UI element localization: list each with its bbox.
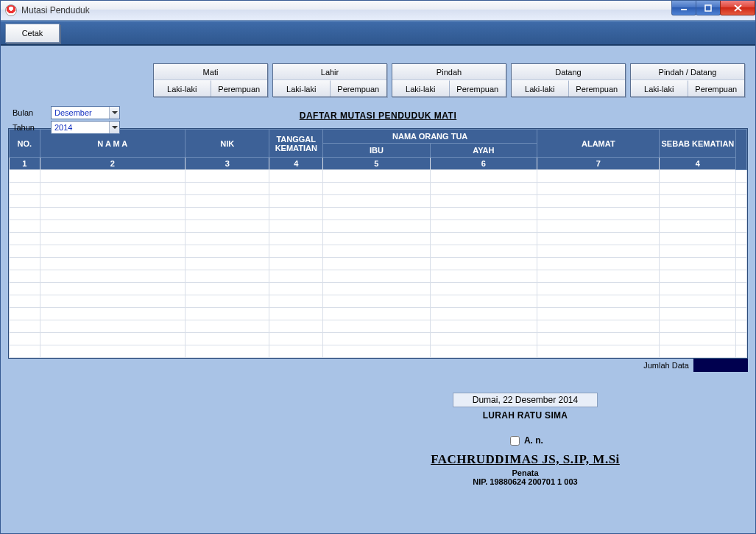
minimize-icon: [680, 4, 688, 12]
cat-mati-title[interactable]: Mati: [154, 64, 267, 80]
signer-name: FACHRUDDIMAS JS, S.IP, M.Si: [378, 452, 673, 467]
tahun-combo[interactable]: [51, 121, 120, 134]
svg-rect-1: [705, 5, 711, 11]
app-window: Mutasi Penduduk Cetak Mati Laki-laki Per…: [0, 0, 756, 534]
jumlah-label: Jumlah Data: [643, 361, 693, 370]
col-no: NO.: [10, 130, 40, 158]
window-title: Mutasi Penduduk: [21, 5, 90, 15]
cat-lahir: Lahir Laki-laki Perempuan: [272, 63, 387, 97]
cat-pd-laki[interactable]: Laki-laki: [631, 80, 688, 96]
cat-pindah-laki[interactable]: Laki-laki: [392, 80, 449, 96]
category-row: Mati Laki-laki Perempuan Lahir Laki-laki…: [8, 53, 748, 105]
position-title: LURAH RATU SIMA: [378, 410, 673, 421]
cat-mati-perempuan[interactable]: Perempuan: [211, 80, 268, 96]
cat-pindah: Pindah Laki-laki Perempuan: [392, 63, 506, 97]
signer-nip: NIP. 19880624 200701 1 003: [378, 477, 673, 486]
cat-mati: Mati Laki-laki Perempuan: [153, 63, 268, 97]
data-grid: NO. N A M A NIK TANGGAL KEMATIAN NAMA OR…: [8, 128, 748, 359]
cat-pd-perempuan[interactable]: Perempuan: [688, 80, 745, 96]
col-ayah: AYAH: [430, 144, 537, 158]
tahun-input[interactable]: [52, 123, 109, 132]
cat-pindah-title[interactable]: Pindah: [392, 64, 506, 80]
col-sebab: SEBAB KEMATIAN: [660, 130, 736, 158]
table-row[interactable]: [10, 245, 747, 258]
window-controls: [672, 1, 755, 15]
col-tgl: TANGGAL KEMATIAN: [269, 130, 323, 158]
bulan-label: Bulan: [13, 108, 46, 117]
signature-block: Dumai, 22 Desember 2014 LURAH RATU SIMA …: [378, 393, 673, 486]
table-row[interactable]: [10, 320, 747, 333]
table-row[interactable]: [10, 220, 747, 233]
col-spacer: [736, 130, 747, 170]
maximize-button[interactable]: [696, 1, 721, 15]
table-row[interactable]: [10, 283, 747, 295]
table-row[interactable]: [10, 195, 747, 208]
cat-pindah-datang-title[interactable]: Pindah / Datang: [631, 64, 744, 80]
table-row[interactable]: [10, 333, 747, 345]
grid-header: NO. N A M A NIK TANGGAL KEMATIAN NAMA OR…: [10, 130, 747, 170]
minimize-button[interactable]: [671, 1, 696, 15]
place-date: Dumai, 22 Desember 2014: [453, 393, 598, 407]
chevron-down-icon[interactable]: [109, 122, 119, 133]
close-icon: [734, 4, 742, 12]
body-area: Mati Laki-laki Perempuan Lahir Laki-laki…: [1, 46, 755, 486]
print-button[interactable]: Cetak: [5, 24, 60, 43]
table-row[interactable]: [10, 233, 747, 245]
col-ibu: IBU: [323, 144, 431, 158]
col-alamat: ALAMAT: [537, 130, 660, 158]
an-row: A. n.: [378, 434, 673, 448]
jumlah-value: [693, 359, 748, 372]
bulan-combo[interactable]: [51, 106, 120, 119]
cat-lahir-laki[interactable]: Laki-laki: [273, 80, 330, 96]
maximize-icon: [704, 4, 712, 12]
chevron-down-icon[interactable]: [109, 107, 119, 119]
table-row[interactable]: [10, 183, 747, 195]
close-button[interactable]: [720, 1, 755, 15]
table-row[interactable]: [10, 258, 747, 270]
col-ortu: NAMA ORANG TUA: [323, 130, 537, 144]
titlebar: Mutasi Penduduk: [1, 1, 755, 21]
cat-lahir-perempuan[interactable]: Perempuan: [330, 80, 387, 96]
table-row[interactable]: [10, 170, 747, 183]
cat-datang-laki[interactable]: Laki-laki: [512, 80, 568, 96]
col-nik: NIK: [186, 130, 269, 158]
cat-mati-laki[interactable]: Laki-laki: [154, 80, 211, 96]
table-row[interactable]: [10, 208, 747, 220]
an-label: A. n.: [524, 435, 543, 446]
col-number-row: 1 2 3 4 5 6 7 4: [10, 158, 747, 170]
cat-pindah-perempuan[interactable]: Perempuan: [449, 80, 506, 96]
cat-pindah-datang: Pindah / Datang Laki-laki Perempuan: [630, 63, 745, 97]
tahun-label: Tahun: [13, 123, 46, 132]
svg-rect-0: [681, 9, 687, 10]
table-row[interactable]: [10, 345, 747, 358]
table-row[interactable]: [10, 270, 747, 283]
table-row[interactable]: [10, 295, 747, 308]
an-checkbox[interactable]: [510, 436, 520, 446]
cat-datang-title[interactable]: Datang: [512, 64, 625, 80]
cat-datang: Datang Laki-laki Perempuan: [511, 63, 626, 97]
grid-body: [10, 170, 747, 358]
cat-datang-perempuan[interactable]: Perempuan: [568, 80, 626, 96]
count-strip: Jumlah Data: [8, 359, 748, 372]
app-icon: [5, 4, 17, 16]
bulan-input[interactable]: [52, 108, 109, 117]
toolbar: Cetak: [1, 21, 755, 46]
signer-rank: Penata: [378, 468, 673, 477]
cat-lahir-title[interactable]: Lahir: [273, 64, 386, 80]
table-row[interactable]: [10, 308, 747, 320]
